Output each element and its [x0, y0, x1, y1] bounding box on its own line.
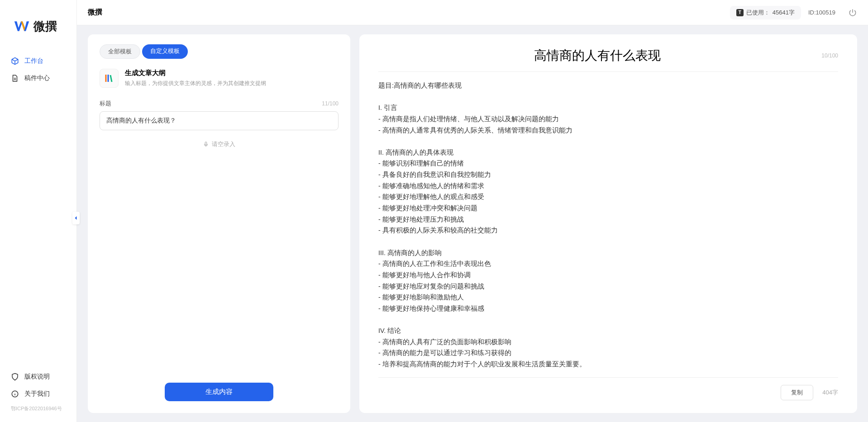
tab-row: 全部模板 自定义模板	[100, 44, 339, 59]
output-panel: 高情商的人有什么表现 10/100 题目:高情商的人有哪些表现 I. 引言 - …	[359, 34, 857, 413]
voice-input-button[interactable]: 请空录入	[100, 140, 339, 148]
chevron-left-icon	[73, 215, 79, 221]
logo-icon	[14, 18, 30, 34]
svg-rect-1	[205, 142, 207, 145]
icp-text: 鄂ICP备2022016946号	[0, 403, 76, 417]
tab-all-templates[interactable]: 全部模板	[100, 44, 140, 59]
template-icon	[100, 69, 119, 88]
logo[interactable]: 微撰	[0, 0, 76, 48]
nav-label: 工作台	[24, 57, 43, 65]
output-body[interactable]: 题目:高情商的人有哪些表现 I. 引言 - 高情商是指人们处理情绪、与他人互动以…	[378, 80, 838, 372]
nav-main: 工作台 稿件中心	[0, 48, 76, 364]
word-count: 404字	[822, 389, 838, 397]
nav-label: 稿件中心	[24, 74, 50, 82]
title-input[interactable]	[100, 111, 339, 130]
doc-icon	[11, 74, 19, 82]
cube-icon	[11, 57, 19, 65]
output-footer: 复制 404字	[378, 377, 838, 400]
usage-value: 45641字	[773, 9, 795, 17]
nav-footer: 版权说明 关于我们 鄂ICP备2022016946号	[0, 364, 76, 422]
template-info: 生成文章大纲 输入标题，为你提供文章主体的灵感，并为其创建推文提纲	[125, 69, 339, 87]
logo-text: 微撰	[33, 19, 57, 34]
nav-label: 关于我们	[24, 390, 50, 398]
output-header: 高情商的人有什么表现 10/100	[378, 47, 838, 72]
template-card[interactable]: 生成文章大纲 输入标题，为你提供文章主体的灵感，并为其创建推文提纲	[100, 69, 339, 88]
power-icon[interactable]	[848, 8, 857, 17]
voice-hint: 请空录入	[212, 140, 235, 148]
field-label-row: 标题 11/100	[100, 100, 339, 108]
topbar-title: 微撰	[88, 8, 723, 17]
microphone-icon	[203, 141, 209, 147]
input-panel: 全部模板 自定义模板 生成文章大纲 输入标题，为你提供文章主体的灵感，并为其创建…	[88, 34, 350, 413]
sidebar-item-copyright[interactable]: 版权说明	[0, 368, 76, 385]
sidebar-item-drafts[interactable]: 稿件中心	[0, 70, 76, 87]
output-title: 高情商的人有什么表现	[378, 47, 816, 64]
main-area: 微撰 T 已使用： 45641字 ID:100519 全部模板 自定义模板 生成…	[77, 0, 868, 422]
field-label: 标题	[100, 100, 111, 108]
char-counter: 11/100	[322, 100, 339, 107]
output-header-counter: 10/100	[821, 52, 838, 59]
template-title: 生成文章大纲	[125, 69, 339, 77]
content-area: 全部模板 自定义模板 生成文章大纲 输入标题，为你提供文章主体的灵感，并为其创建…	[77, 25, 868, 422]
shield-icon	[11, 373, 19, 381]
sidebar: 微撰 工作台 稿件中心 版权说明 关于我们 鄂ICP备2	[0, 0, 77, 422]
id-label: ID:100519	[808, 9, 835, 16]
template-desc: 输入标题，为你提供文章主体的灵感，并为其创建推文提纲	[125, 80, 339, 87]
usage-prefix: 已使用：	[746, 9, 770, 17]
sidebar-item-about[interactable]: 关于我们	[0, 385, 76, 403]
topbar: 微撰 T 已使用： 45641字 ID:100519	[77, 0, 868, 25]
sidebar-collapse-button[interactable]	[72, 212, 80, 224]
info-icon	[11, 390, 19, 398]
copy-button[interactable]: 复制	[781, 385, 813, 400]
sidebar-item-workbench[interactable]: 工作台	[0, 52, 76, 70]
usage-pill[interactable]: T 已使用： 45641字	[730, 6, 801, 19]
tab-custom-templates[interactable]: 自定义模板	[142, 44, 188, 59]
generate-button[interactable]: 生成内容	[165, 383, 273, 401]
nav-label: 版权说明	[24, 373, 50, 381]
text-icon: T	[736, 9, 744, 16]
